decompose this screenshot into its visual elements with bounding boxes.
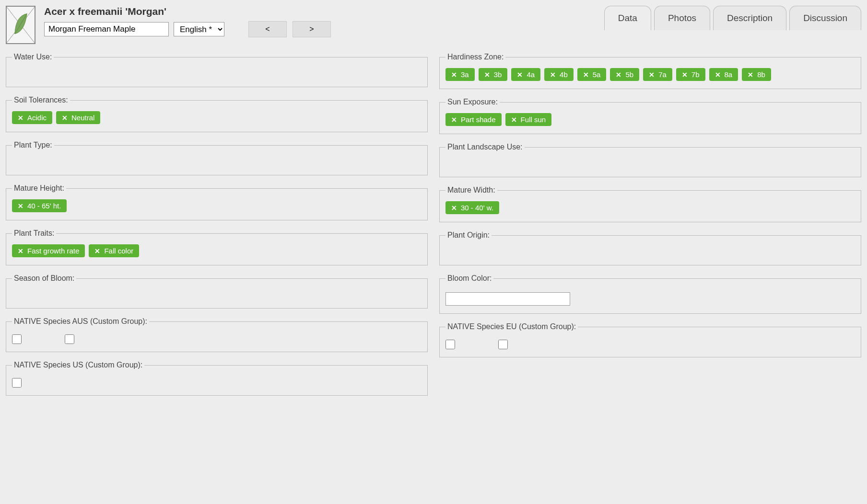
plant-thumbnail	[6, 6, 35, 44]
field-legend: Sun Exposure:	[445, 98, 500, 106]
tag-4b[interactable]: ✕4b	[544, 68, 574, 81]
tag-label: 7b	[691, 70, 700, 79]
field-water-use: Water Use:	[6, 53, 428, 87]
tag-40-65-ht[interactable]: ✕40 - 65' ht.	[12, 199, 67, 212]
remove-tag-icon[interactable]: ✕	[451, 71, 457, 79]
tag-list: ✕Fast growth rate✕Fall color	[12, 244, 422, 257]
checkbox[interactable]	[12, 378, 22, 388]
tag-label: 4b	[560, 70, 568, 79]
field-mature-height: Mature Height:✕40 - 65' ht.	[6, 184, 428, 220]
tag-neutral[interactable]: ✕Neutral	[56, 111, 100, 124]
tag-label: 8a	[725, 70, 733, 79]
checkbox[interactable]	[12, 334, 22, 344]
field-legend: Hardiness Zone:	[445, 53, 505, 61]
field-legend: NATIVE Species AUS (Custom Group):	[12, 317, 149, 326]
checkbox[interactable]	[65, 334, 74, 344]
checkbox[interactable]	[445, 340, 455, 349]
tag-3b[interactable]: ✕3b	[479, 68, 508, 81]
remove-tag-icon[interactable]: ✕	[94, 247, 100, 255]
remove-tag-icon[interactable]: ✕	[511, 116, 517, 124]
tag-label: 30 - 40' w.	[461, 204, 493, 212]
field-legend: NATIVE Species EU (Custom Group):	[445, 322, 578, 331]
remove-tag-icon[interactable]: ✕	[18, 114, 23, 122]
remove-tag-icon[interactable]: ✕	[649, 71, 655, 79]
field-plant-traits: Plant Traits:✕Fast growth rate✕Fall colo…	[6, 229, 428, 265]
checkbox[interactable]	[498, 340, 508, 349]
form-columns: Water Use:Soil Tolerances:✕Acidic✕Neutra…	[6, 53, 861, 396]
tag-label: Fall color	[104, 247, 133, 255]
bloom-color-input[interactable]	[445, 292, 570, 306]
remove-tag-icon[interactable]: ✕	[616, 71, 621, 79]
tag-5a[interactable]: ✕5a	[577, 68, 607, 81]
nav-prev-button[interactable]: <	[248, 21, 287, 37]
tag-4a[interactable]: ✕4a	[511, 68, 540, 81]
tag-7a[interactable]: ✕7a	[643, 68, 672, 81]
right-column: Hardiness Zone:✕3a✕3b✕4a✕4b✕5a✕5b✕7a✕7b✕…	[439, 53, 861, 396]
field-legend: Season of Bloom:	[12, 274, 76, 283]
tag-label: 5a	[593, 70, 601, 79]
field-legend: Plant Type:	[12, 141, 54, 149]
remove-tag-icon[interactable]: ✕	[451, 204, 457, 212]
tab-photos[interactable]: Photos	[654, 6, 710, 30]
field-legend: NATIVE Species US (Custom Group):	[12, 361, 144, 369]
tabs: Data Photos Description Discussion	[604, 6, 861, 30]
field-bloom-color: Bloom Color:	[439, 274, 861, 314]
nav-next-button[interactable]: >	[293, 21, 331, 37]
field-native-species-aus-custom-group: NATIVE Species AUS (Custom Group):	[6, 317, 428, 352]
remove-tag-icon[interactable]: ✕	[18, 202, 23, 210]
remove-tag-icon[interactable]: ✕	[517, 71, 523, 79]
field-legend: Plant Traits:	[12, 229, 56, 238]
tag-label: 3b	[494, 70, 502, 79]
tag-30-40-w[interactable]: ✕30 - 40' w.	[445, 201, 499, 214]
tab-data[interactable]: Data	[604, 6, 651, 30]
tag-list: ✕Acidic✕Neutral	[12, 111, 422, 124]
remove-tag-icon[interactable]: ✕	[484, 71, 490, 79]
tag-label: Part shade	[461, 115, 496, 124]
tag-acidic[interactable]: ✕Acidic	[12, 111, 52, 124]
nav-buttons: < >	[248, 21, 331, 37]
tag-5b[interactable]: ✕5b	[610, 68, 639, 81]
tag-full-sun[interactable]: ✕Full sun	[505, 113, 552, 126]
tag-label: Neutral	[71, 114, 94, 122]
field-soil-tolerances: Soil Tolerances:✕Acidic✕Neutral	[6, 96, 428, 132]
title-controls: English * < >	[44, 21, 331, 37]
tag-label: 7a	[658, 70, 667, 79]
remove-tag-icon[interactable]: ✕	[62, 114, 68, 122]
tag-fast-growth-rate[interactable]: ✕Fast growth rate	[12, 244, 85, 257]
field-legend: Mature Width:	[445, 186, 497, 195]
tag-list: ✕3a✕3b✕4a✕4b✕5a✕5b✕7a✕7b✕8a✕8b	[445, 68, 855, 81]
tag-3a[interactable]: ✕3a	[445, 68, 475, 81]
title-section: Acer x freemanii 'Morgan' English * < >	[44, 6, 331, 37]
tag-list: ✕30 - 40' w.	[445, 201, 855, 214]
tag-list: ✕Part shade✕Full sun	[445, 113, 855, 126]
tag-8a[interactable]: ✕8a	[709, 68, 738, 81]
tab-description[interactable]: Description	[713, 6, 786, 30]
language-select[interactable]: English *	[174, 22, 224, 36]
tag-fall-color[interactable]: ✕Fall color	[89, 244, 139, 257]
remove-tag-icon[interactable]: ✕	[682, 71, 688, 79]
field-plant-landscape-use: Plant Landscape Use:	[439, 143, 861, 177]
remove-tag-icon[interactable]: ✕	[748, 71, 753, 79]
tag-label: 4a	[527, 70, 535, 79]
left-column: Water Use:Soil Tolerances:✕Acidic✕Neutra…	[6, 53, 428, 396]
tab-discussion[interactable]: Discussion	[789, 6, 861, 30]
remove-tag-icon[interactable]: ✕	[583, 71, 589, 79]
tag-7b[interactable]: ✕7b	[676, 68, 705, 81]
tag-8b[interactable]: ✕8b	[742, 68, 771, 81]
field-legend: Mature Height:	[12, 184, 66, 193]
remove-tag-icon[interactable]: ✕	[451, 116, 457, 124]
tag-list: ✕40 - 65' ht.	[12, 199, 422, 212]
field-legend: Soil Tolerances:	[12, 96, 70, 104]
field-plant-origin: Plant Origin:	[439, 231, 861, 265]
remove-tag-icon[interactable]: ✕	[550, 71, 556, 79]
checkbox-group	[12, 376, 422, 388]
tag-label: Full sun	[521, 115, 546, 124]
tag-label: 8b	[757, 70, 765, 79]
field-season-of-bloom: Season of Bloom:	[6, 274, 428, 309]
field-legend: Plant Origin:	[445, 231, 492, 240]
common-name-input[interactable]	[44, 22, 169, 36]
remove-tag-icon[interactable]: ✕	[18, 247, 23, 255]
header-bar: Acer x freemanii 'Morgan' English * < > …	[6, 6, 861, 44]
remove-tag-icon[interactable]: ✕	[715, 71, 721, 79]
tag-part-shade[interactable]: ✕Part shade	[445, 113, 502, 126]
